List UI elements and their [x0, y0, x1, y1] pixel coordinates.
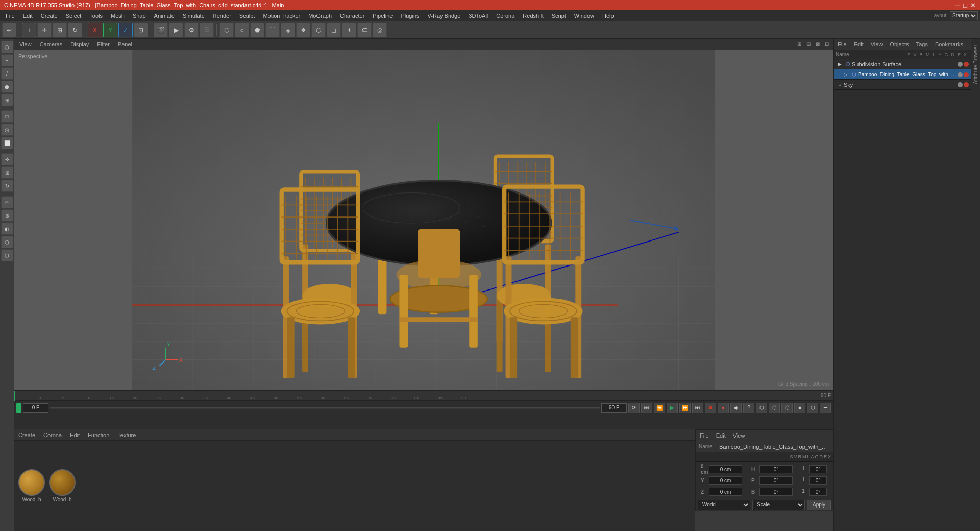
go-end-btn[interactable]: ⏭: [692, 403, 703, 413]
prev-frame-btn[interactable]: ⏪: [654, 403, 665, 413]
z-pos-input[interactable]: [709, 488, 742, 496]
keyframe-settings-btn[interactable]: ?: [743, 403, 754, 413]
view-menu-btn[interactable]: View: [16, 41, 35, 48]
menu-pipeline[interactable]: Pipeline: [369, 12, 396, 20]
obj-vis-dot-4[interactable]: [964, 72, 969, 77]
timeline-playhead[interactable]: [14, 391, 15, 401]
menu-create[interactable]: Create: [37, 12, 61, 20]
obj-vis-dot-5[interactable]: [958, 82, 963, 87]
z-axis-btn[interactable]: Z: [118, 23, 133, 37]
motion-stop-btn[interactable]: ■: [794, 403, 805, 413]
play-btn[interactable]: ▶: [667, 403, 678, 413]
go-start-btn[interactable]: ⏮: [641, 403, 652, 413]
grab-btn[interactable]: ⬡: [1, 249, 13, 261]
attr-file-btn[interactable]: File: [698, 432, 711, 439]
motion-prev-btn[interactable]: ⬡: [807, 403, 818, 413]
motion-record-btn[interactable]: ⬡: [769, 403, 780, 413]
rotate-tool-btn[interactable]: ↻: [68, 23, 82, 37]
edge-mode-btn[interactable]: /: [1, 67, 13, 80]
obj-vis-dot-2[interactable]: [964, 62, 969, 67]
scale-btn[interactable]: ⊞: [1, 166, 13, 179]
display-menu-btn[interactable]: Display: [67, 41, 92, 48]
end-frame-input[interactable]: [601, 403, 627, 413]
world-space-btn[interactable]: ⊡: [134, 23, 148, 37]
material-item-1[interactable]: Wood_b: [18, 469, 45, 502]
model-mode-left-btn[interactable]: ⬡: [1, 41, 13, 53]
material-thumb-2[interactable]: [49, 469, 76, 496]
auto-keyframe-btn[interactable]: ●: [718, 403, 729, 413]
material-btn[interactable]: ◎: [373, 23, 387, 37]
y-axis-btn[interactable]: Y: [103, 23, 117, 37]
scale-tool-btn[interactable]: ⊞: [53, 23, 67, 37]
close-btn[interactable]: ✕: [970, 2, 976, 9]
vp-icon-1[interactable]: ⊞: [795, 40, 803, 49]
tag-btn[interactable]: 🏷: [357, 23, 372, 37]
obj-bookmarks-menu[interactable]: Bookmarks: [933, 41, 965, 48]
obj-row-bamboo[interactable]: ▷ ⬡ Bamboo_Dining_Table_Glass_Top_with_C…: [834, 69, 971, 80]
obj-edit-menu[interactable]: Edit: [852, 41, 866, 48]
mat-corona-btn[interactable]: Corona: [41, 431, 64, 439]
loop-mode-btn[interactable]: ⟳: [628, 403, 640, 413]
undo-btn[interactable]: ↩: [2, 23, 16, 37]
obj-expand-icon-bamboo[interactable]: ▷: [842, 70, 850, 79]
layout-dropdown[interactable]: Startup: [950, 11, 978, 20]
obj-file-menu[interactable]: File: [836, 41, 849, 48]
x-pos-input[interactable]: [709, 465, 742, 473]
menu-plugins[interactable]: Plugins: [397, 12, 423, 20]
cube-btn[interactable]: ⬡: [219, 23, 234, 37]
spline-btn[interactable]: ⌒: [265, 23, 280, 37]
menu-character[interactable]: Character: [336, 12, 368, 20]
attribute-browser-tab[interactable]: Attribute Browser: [973, 41, 978, 88]
render-queue-btn[interactable]: ☰: [200, 23, 214, 37]
motion-clip-btn[interactable]: ⬡: [756, 403, 767, 413]
obj-tags-menu[interactable]: Tags: [914, 41, 930, 48]
deformer-btn[interactable]: ❖: [296, 23, 310, 37]
sculpt-btn[interactable]: ◐: [1, 223, 13, 235]
filter-menu-btn[interactable]: Filter: [94, 41, 112, 48]
menu-render[interactable]: Render: [209, 12, 235, 20]
minimize-btn[interactable]: ─: [955, 2, 960, 9]
move-btn[interactable]: ✛: [1, 153, 13, 165]
live-select-btn[interactable]: ◎: [1, 124, 13, 136]
menu-script[interactable]: Script: [548, 12, 570, 20]
viewport-canvas[interactable]: Perspective: [14, 50, 833, 390]
menu-select[interactable]: Select: [62, 12, 85, 20]
model-mode-btn[interactable]: +: [22, 23, 36, 37]
render-settings-btn[interactable]: ⚙: [184, 23, 199, 37]
menu-help[interactable]: Help: [599, 12, 618, 20]
record-btn[interactable]: ⏺: [705, 403, 716, 413]
camera-btn[interactable]: ◻: [327, 23, 341, 37]
vp-icon-3[interactable]: ⊠: [814, 40, 822, 49]
vp-icon-4[interactable]: ⊡: [823, 40, 831, 49]
brush-btn[interactable]: ⊛: [1, 209, 13, 222]
menu-redshift[interactable]: Redshift: [519, 12, 547, 20]
cameras-menu-btn[interactable]: Cameras: [37, 41, 66, 48]
current-frame-input[interactable]: [23, 403, 48, 413]
b-rot-input[interactable]: [760, 488, 793, 496]
h-rot-input[interactable]: [760, 465, 793, 473]
attr-view-btn[interactable]: View: [731, 432, 747, 439]
menu-animate[interactable]: Animate: [151, 12, 178, 20]
sphere-btn[interactable]: ○: [235, 23, 249, 37]
menu-edit[interactable]: Edit: [19, 12, 36, 20]
size-b-input[interactable]: [809, 488, 827, 496]
effector-btn[interactable]: ⬡: [311, 23, 326, 37]
menu-window[interactable]: Window: [571, 12, 598, 20]
obj-row-subdivision[interactable]: ▶ ⬡ Subdivision Surface: [834, 59, 971, 69]
obj-vis-dot-1[interactable]: [958, 62, 963, 67]
menu-motiontracker[interactable]: Motion Tracker: [259, 12, 304, 20]
size-p-input[interactable]: [809, 476, 827, 485]
vp-icon-2[interactable]: ⊟: [804, 40, 813, 49]
menu-sculpt[interactable]: Sculpt: [236, 12, 259, 20]
mat-edit-btn[interactable]: Edit: [68, 431, 82, 439]
pen-btn[interactable]: ✏: [1, 196, 13, 208]
light-btn[interactable]: ☀: [342, 23, 356, 37]
apply-button[interactable]: Apply: [807, 500, 831, 510]
obj-objects-menu[interactable]: Objects: [888, 41, 911, 48]
menu-file[interactable]: File: [2, 12, 18, 20]
obj-row-sky[interactable]: ○ Sky: [834, 80, 971, 90]
panel-menu-btn[interactable]: Panel: [115, 41, 135, 48]
menu-vray[interactable]: V-Ray Bridge: [424, 12, 464, 20]
mat-create-btn[interactable]: Create: [16, 431, 37, 439]
menu-mograph[interactable]: MoGraph: [305, 12, 335, 20]
